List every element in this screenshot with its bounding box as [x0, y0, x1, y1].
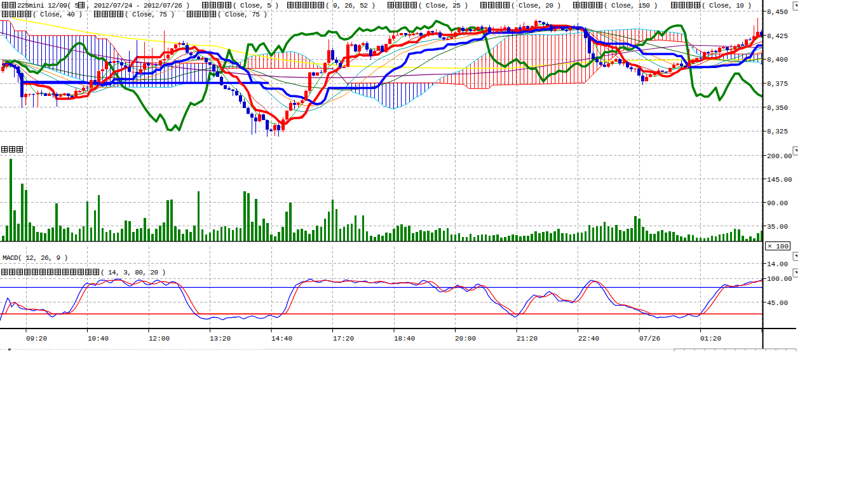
svg-text:20:00: 20:00 [455, 335, 476, 342]
svg-text:( 14, 3, 80, 20 ): ( 14, 3, 80, 20 ) [100, 269, 166, 276]
svg-text:09:20: 09:20 [26, 335, 47, 342]
svg-text:17:20: 17:20 [333, 335, 354, 342]
svg-text:( Close, 150 ): ( Close, 150 ) [604, 2, 657, 10]
svg-text:12:00: 12:00 [149, 335, 170, 342]
svg-text:( Close, 75 ): ( Close, 75 ) [217, 11, 267, 18]
svg-text:8,425: 8,425 [767, 32, 788, 40]
svg-text:200.00: 200.00 [767, 152, 792, 160]
svg-text:18:40: 18:40 [394, 335, 415, 342]
svg-text:8,400: 8,400 [767, 56, 788, 64]
svg-text:( Close, 10 ): ( Close, 10 ) [702, 2, 751, 10]
svg-text:10:40: 10:40 [88, 335, 109, 342]
svg-text:01:20: 01:20 [700, 335, 721, 342]
svg-text:14:40: 14:40 [271, 335, 292, 342]
svg-text:45.00: 45.00 [767, 299, 788, 307]
svg-text:MACD( 12, 26, 9 ): MACD( 12, 26, 9 ) [3, 254, 68, 262]
svg-text:( Close, 40 ): ( Close, 40 ) [32, 11, 82, 18]
svg-text:21:20: 21:20 [517, 335, 538, 342]
svg-text:, 2012/07/24 - 2012/07/26 ): , 2012/07/24 - 2012/07/26 ) [86, 2, 189, 10]
svg-text:( Close, 25 ): ( Close, 25 ) [418, 2, 468, 10]
svg-text:35.00: 35.00 [767, 223, 788, 231]
svg-text:13:20: 13:20 [210, 335, 231, 342]
svg-text:( Close, 5 ): ( Close, 5 ) [233, 2, 278, 10]
svg-text:8,350: 8,350 [767, 104, 788, 112]
svg-text:07/26: 07/26 [639, 335, 660, 342]
svg-text:14.00: 14.00 [767, 261, 788, 268]
svg-text:( 9, 26, 52 ): ( 9, 26, 52 ) [325, 2, 375, 10]
svg-text:8,325: 8,325 [767, 128, 788, 135]
svg-text:225mini 12/09( 5: 225mini 12/09( 5 [17, 2, 79, 10]
svg-text:100.00: 100.00 [767, 275, 792, 283]
svg-text:22:40: 22:40 [578, 335, 599, 342]
svg-text:8,375: 8,375 [767, 80, 788, 88]
svg-text:( Close, 75 ): ( Close, 75 ) [125, 11, 174, 18]
svg-text:8,450: 8,450 [767, 8, 788, 16]
svg-text:145.00: 145.00 [767, 176, 792, 184]
svg-text:90.00: 90.00 [767, 200, 788, 207]
svg-text:( Close, 20 ): ( Close, 20 ) [511, 2, 560, 10]
svg-text:× 100: × 100 [768, 243, 789, 250]
